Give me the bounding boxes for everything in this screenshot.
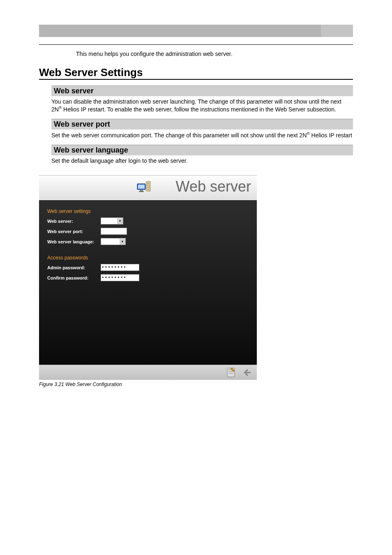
row-confirm-password: Confirm password: •••••••• — [47, 274, 249, 281]
chevron-down-icon: ▾ — [120, 239, 125, 245]
group-title-passwords: Access passwords — [47, 255, 249, 261]
row-language: Web server language: English ▾ — [47, 238, 249, 245]
group-title-settings: Web server settings — [47, 208, 249, 214]
row-admin-password: Admin password: •••••••• — [47, 264, 249, 271]
label-language: Web server language: — [47, 239, 101, 244]
registered-symbol: ® — [307, 131, 310, 136]
input-confirm-password[interactable]: •••••••• — [101, 274, 139, 281]
row-port: Web server port: 80 — [47, 228, 249, 235]
figure-caption: Figure 3.21 Web Server Configuration — [39, 382, 353, 387]
text: Helios IP restart — [310, 132, 352, 139]
row-web-server: Web server: On ▾ — [47, 217, 249, 224]
select-value: English — [101, 239, 116, 244]
sub-body-language: Set the default language after login to … — [51, 157, 353, 164]
sub-heading-web-server: Web server — [51, 86, 353, 96]
label-web-server: Web server: — [47, 219, 101, 224]
intro-text: This menu helps you configure the admini… — [76, 51, 353, 57]
text: Set the web server communication port. T… — [51, 132, 307, 139]
input-port[interactable]: 80 — [101, 228, 127, 235]
save-icon[interactable] — [226, 367, 236, 378]
sub-heading-port: Web server port — [51, 119, 353, 130]
select-language[interactable]: English ▾ — [101, 238, 126, 245]
label-port: Web server port: — [47, 229, 101, 234]
app-header-title: Web server — [176, 178, 251, 195]
text: Helios IP restart. To enable the web ser… — [62, 106, 336, 113]
input-admin-password[interactable]: •••••••• — [101, 264, 139, 271]
label-admin-password: Admin password: — [47, 265, 101, 270]
web-server-config-screenshot: Web server Web server settings Web serve… — [39, 175, 257, 380]
divider — [39, 44, 353, 45]
svg-rect-2 — [140, 190, 143, 191]
svg-rect-1 — [138, 185, 145, 189]
label-confirm-password: Confirm password: — [47, 275, 101, 280]
app-header: Web server — [39, 175, 257, 200]
sub-body-port: Set the web server communication port. T… — [51, 131, 353, 139]
svg-rect-3 — [139, 191, 144, 192]
app-footer — [39, 365, 257, 380]
select-web-server[interactable]: On ▾ — [101, 217, 123, 224]
chevron-down-icon: ▾ — [117, 218, 123, 224]
sub-body-web-server: You can disable the administration web s… — [51, 98, 353, 113]
page-header-bar — [39, 25, 353, 37]
back-arrow-icon[interactable] — [241, 367, 252, 378]
sub-heading-language: Web server language — [51, 145, 353, 155]
web-server-icon — [137, 180, 152, 194]
main-heading: Web Server Settings — [39, 66, 353, 80]
select-value: On — [101, 219, 108, 224]
